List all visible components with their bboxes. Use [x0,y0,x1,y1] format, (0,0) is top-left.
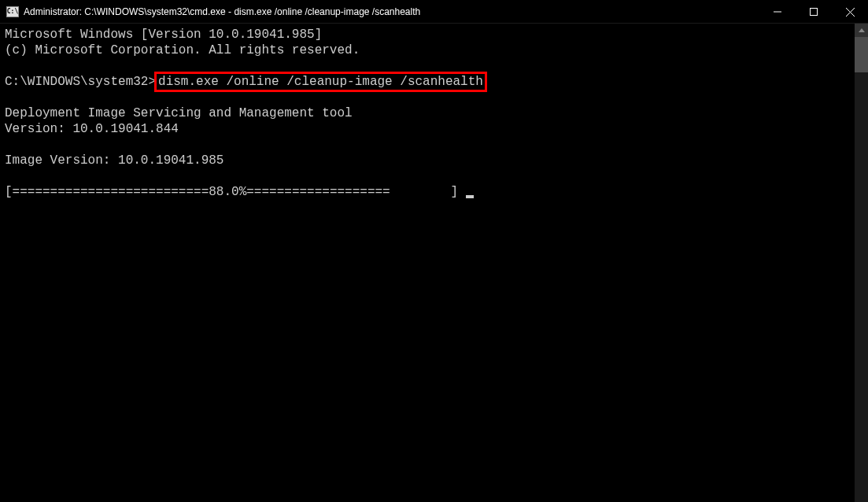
image-version-line: Image Version: 10.0.19041.985 [5,153,223,168]
command-text: dism.exe /online /cleanup-image /scanhea… [158,75,483,89]
terminal-content[interactable]: Microsoft Windows [Version 10.0.19041.98… [0,24,855,502]
cmd-window: C:\ Administrator: C:\WINDOWS\system32\c… [0,0,868,502]
os-version-line: Microsoft Windows [Version 10.0.19041.98… [5,28,322,42]
window-title: Administrator: C:\WINDOWS\system32\cmd.e… [24,6,420,17]
svg-rect-1 [811,9,818,16]
progress-right: =================== [246,185,390,199]
prompt-text: C:\WINDOWS\system32> [5,75,156,89]
close-button[interactable] [832,0,868,24]
scroll-thumb[interactable] [855,37,868,72]
progress-close-bracket: ] [451,185,466,199]
scroll-up-button[interactable] [855,24,868,37]
copyright-line: (c) Microsoft Corporation. All rights re… [5,43,360,57]
close-icon [846,8,855,17]
terminal-area: Microsoft Windows [Version 10.0.19041.98… [0,24,868,502]
titlebar-left: C:\ Administrator: C:\WINDOWS\system32\c… [6,6,420,17]
window-controls [759,0,868,23]
progress-percent: 88.0% [209,185,246,199]
vertical-scrollbar[interactable] [855,24,868,502]
tool-version-line: Version: 10.0.19041.844 [5,122,179,136]
progress-bar: [==========================88.0%========… [5,185,466,199]
cmd-icon: C:\ [6,6,19,17]
command-highlight: dism.exe /online /cleanup-image /scanhea… [154,72,487,92]
minimize-icon [774,8,781,16]
text-cursor [466,195,474,198]
progress-left: [========================== [5,185,209,199]
maximize-button[interactable] [796,0,832,24]
progress-spaces [390,185,451,199]
tool-name-line: Deployment Image Servicing and Managemen… [5,106,353,120]
maximize-icon [810,8,818,16]
minimize-button[interactable] [759,0,796,24]
titlebar[interactable]: C:\ Administrator: C:\WINDOWS\system32\c… [0,0,868,24]
